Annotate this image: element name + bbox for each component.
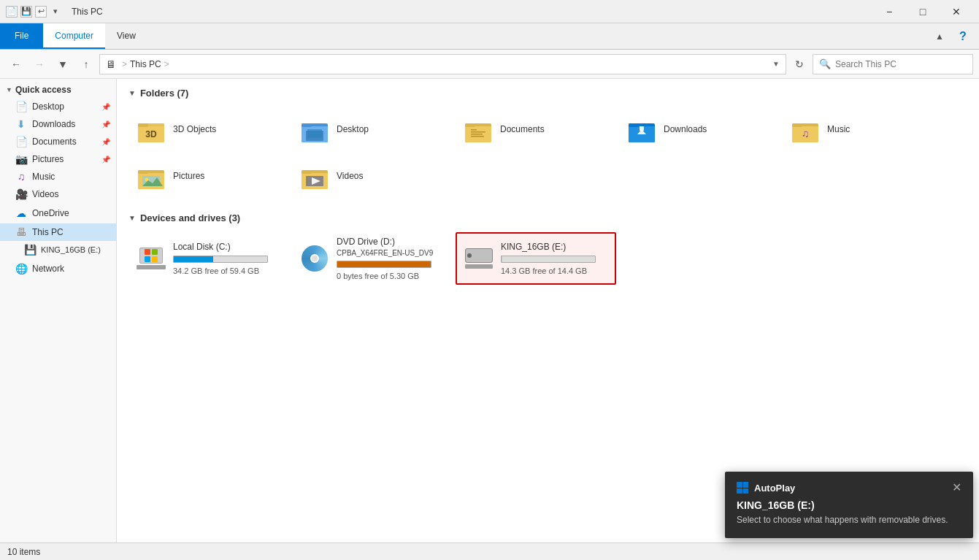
sidebar-item-onedrive[interactable]: ☁ OneDrive (0, 204, 116, 222)
pin-icon-documents: 📌 (101, 138, 110, 146)
drive-d-icon (300, 244, 329, 273)
window-title: This PC (72, 7, 103, 17)
drive-d-space: 0 bytes free of 5.30 GB (337, 272, 433, 280)
folders-section-label: Folders (7) (140, 88, 188, 99)
up-button[interactable]: ↑ (76, 54, 96, 74)
autoplay-toast: AutoPlay ✕ KING_16GB (E:) Select to choo… (725, 472, 973, 538)
sidebar-item-documents[interactable]: 📄 Documents 📌 (0, 133, 116, 150)
folder-item-music[interactable]: ♫ Music (783, 107, 943, 151)
refresh-button[interactable]: ↻ (789, 54, 810, 74)
onedrive-icon: ☁ (15, 207, 28, 220)
undo-icon[interactable]: ↩ (35, 6, 47, 18)
folder-item-desktop[interactable]: Desktop (292, 107, 453, 151)
drive-c-name: Local Disk (C:) (173, 242, 268, 252)
folder-downloads-info: Downloads (664, 124, 707, 134)
back-button[interactable]: ← (6, 54, 26, 74)
folder-videos-name: Videos (337, 171, 363, 181)
sidebar-item-music[interactable]: ♫ Music (0, 168, 116, 185)
quick-access-header[interactable]: ▼ Quick access (0, 82, 116, 98)
drive-d-progress-fill (337, 261, 431, 267)
sidebar-item-desktop[interactable]: 📄 Desktop 📌 (0, 98, 116, 115)
svg-text:♫: ♫ (802, 128, 810, 139)
folder-desktop-icon (300, 115, 329, 144)
folders-section-chevron[interactable]: ▼ (128, 89, 136, 97)
new-folder-icon[interactable]: 📄 (6, 6, 18, 18)
sidebar: ▼ Quick access 📄 Desktop 📌 ⬇ Downloads 📌… (0, 79, 117, 542)
network-icon: 🌐 (15, 262, 28, 275)
address-icon: 🖥 (106, 58, 116, 70)
sidebar-videos-label: Videos (32, 189, 58, 199)
drives-section-chevron[interactable]: ▼ (128, 214, 136, 222)
address-path: This PC (130, 59, 161, 69)
desktop-icon: 📄 (15, 100, 28, 113)
more-icon[interactable]: ▾ (50, 6, 61, 18)
ribbon-collapse-button[interactable]: ▲ (929, 26, 950, 47)
search-icon: 🔍 (819, 58, 831, 69)
thispc-icon: 🖶 (15, 226, 28, 239)
quick-access-section: ▼ Quick access 📄 Desktop 📌 ⬇ Downloads 📌… (0, 82, 116, 203)
sidebar-item-king[interactable]: 💾 KING_16GB (E:) (0, 241, 116, 258)
folder-documents-info: Documents (500, 124, 545, 134)
drive-d-name: DVD Drive (D:) (337, 237, 433, 247)
folder-item-downloads[interactable]: Downloads (619, 107, 780, 151)
autoplay-label: AutoPlay (754, 483, 795, 494)
drive-c-progress-bar (173, 256, 268, 263)
statusbar: 10 items (0, 542, 979, 560)
folder-item-documents[interactable]: Documents (456, 107, 616, 151)
close-button[interactable]: ✕ (940, 0, 973, 23)
tab-view[interactable]: View (105, 23, 147, 49)
svg-rect-3 (138, 123, 148, 127)
maximize-button[interactable]: □ (906, 0, 940, 23)
drives-section-label: Devices and drives (3) (140, 212, 240, 223)
drives-grid: Local Disk (C:) 34.2 GB free of 59.4 GB (128, 232, 967, 285)
autoplay-drive-name: KING_16GB (E:) (737, 499, 961, 511)
drive-item-e[interactable]: KING_16GB (E:) 14.3 GB free of 14.4 GB (456, 232, 616, 285)
pin-icon-pictures: 📌 (101, 156, 110, 164)
folder-3dobjects-name: 3D Objects (173, 124, 216, 134)
folder-item-videos[interactable]: Videos (292, 154, 453, 198)
window-controls: − □ ✕ (872, 0, 973, 23)
ribbon: File Computer View ▲ ? (0, 23, 979, 50)
drive-c-icon (137, 244, 166, 273)
recent-locations-button[interactable]: ▼ (53, 54, 73, 74)
svg-rect-7 (302, 123, 312, 127)
help-button[interactable]: ? (953, 26, 973, 47)
search-box[interactable]: 🔍 (813, 54, 973, 74)
drive-c-space: 34.2 GB free of 59.4 GB (173, 266, 268, 275)
folder-music-name: Music (827, 124, 850, 134)
sidebar-thispc-label: This PC (32, 227, 64, 237)
minimize-button[interactable]: − (872, 0, 906, 23)
king-drive-icon: 💾 (23, 243, 37, 256)
drive-e-icon (464, 244, 494, 273)
search-input[interactable] (835, 59, 967, 69)
sidebar-item-thispc[interactable]: 🖶 This PC (0, 223, 116, 241)
folder-desktop-name: Desktop (337, 124, 369, 134)
properties-icon[interactable]: 💾 (20, 6, 32, 18)
tab-file[interactable]: File (0, 23, 43, 49)
folder-music-info: Music (827, 124, 850, 134)
autoplay-icon (737, 482, 748, 494)
svg-rect-14 (471, 131, 485, 133)
documents-icon: 📄 (15, 135, 28, 148)
autoplay-close-button[interactable]: ✕ (952, 482, 961, 494)
sidebar-item-pictures[interactable]: 📷 Pictures 📌 (0, 150, 116, 168)
address-dropdown[interactable]: ▼ (772, 60, 780, 68)
folder-item-pictures[interactable]: Pictures (128, 154, 289, 198)
folder-pictures-name: Pictures (173, 171, 204, 181)
svg-rect-34 (302, 170, 312, 174)
forward-button[interactable]: → (29, 54, 50, 74)
drive-item-d[interactable]: DVD Drive (D:) CPBA_X64FRE_EN-US_DV9 0 b… (292, 232, 453, 285)
drive-d-info: DVD Drive (D:) CPBA_X64FRE_EN-US_DV9 0 b… (337, 237, 433, 280)
sidebar-item-downloads[interactable]: ⬇ Downloads 📌 (0, 115, 116, 133)
folder-downloads-icon (627, 115, 656, 144)
drive-item-c[interactable]: Local Disk (C:) 34.2 GB free of 59.4 GB (128, 232, 289, 285)
svg-rect-9 (307, 129, 322, 138)
tab-computer[interactable]: Computer (43, 23, 105, 49)
folder-3dobjects-info: 3D Objects (173, 124, 216, 134)
sidebar-item-videos[interactable]: 🎥 Videos (0, 185, 116, 203)
sidebar-item-network[interactable]: 🌐 Network (0, 260, 116, 277)
folder-item-3dobjects[interactable]: 3D 3D Objects (128, 107, 289, 151)
pin-icon-downloads: 📌 (101, 120, 110, 129)
drive-c-info: Local Disk (C:) 34.2 GB free of 59.4 GB (173, 242, 268, 275)
address-box[interactable]: 🖥 > This PC > ▼ (99, 54, 786, 74)
